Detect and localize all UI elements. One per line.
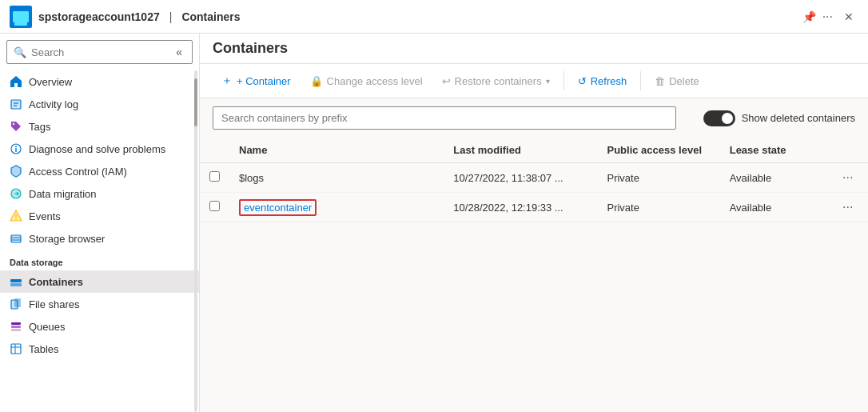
toolbar-separator-1 xyxy=(563,71,564,90)
show-deleted-label: Show deleted containers xyxy=(742,112,855,124)
sidebar-item-label: Data migration xyxy=(29,188,97,200)
col-header-actions xyxy=(828,138,868,163)
more-button-eventcontainer[interactable]: ··· xyxy=(838,198,858,216)
change-access-button[interactable]: 🔒 Change access level xyxy=(301,70,432,92)
sidebar-item-tags[interactable]: Tags xyxy=(0,115,199,138)
svg-rect-25 xyxy=(11,329,21,331)
refresh-button[interactable]: ↺ Refresh xyxy=(569,70,636,92)
queues-icon xyxy=(10,320,22,333)
dropdown-icon: ▾ xyxy=(546,77,550,86)
title-bar: spstorageaccount1027 | Containers 📌 ··· … xyxy=(0,0,868,34)
last-modified-eventcontainer: 10/28/2022, 12:19:33 ... xyxy=(444,193,597,222)
sidebar-item-label: Tags xyxy=(29,121,50,133)
table-row: eventcontainer10/28/2022, 12:19:33 ...Pr… xyxy=(200,193,868,222)
search-bar-row: Show deleted containers xyxy=(200,98,868,138)
svg-rect-24 xyxy=(11,326,21,328)
sidebar-item-tables[interactable]: Tables xyxy=(0,338,199,360)
sidebar-item-label: Access Control (IAM) xyxy=(29,166,127,178)
more-icon[interactable]: ··· xyxy=(822,10,833,24)
search-box[interactable]: 🔍 « xyxy=(6,40,193,64)
sidebar: 🔍 « Overview Activity log xyxy=(0,34,200,412)
svg-point-6 xyxy=(15,146,17,147)
sidebar-item-access-control[interactable]: Access Control (IAM) xyxy=(0,160,199,182)
lease-state-eventcontainer: Available xyxy=(720,193,828,222)
search-input[interactable] xyxy=(31,46,168,58)
sidebar-item-overview[interactable]: Overview xyxy=(0,70,199,93)
page-name: Containers xyxy=(181,10,240,23)
containers-table: Name Last modified Public access level L… xyxy=(200,138,868,222)
svg-rect-26 xyxy=(11,344,21,354)
sidebar-item-data-migration[interactable]: Data migration xyxy=(0,182,199,205)
more-button-logs[interactable]: ··· xyxy=(838,169,858,186)
app-icon xyxy=(10,6,32,28)
prefix-search-input[interactable] xyxy=(213,106,676,130)
search-icon: 🔍 xyxy=(14,46,26,58)
page-title: Containers xyxy=(213,40,288,57)
sidebar-item-queues[interactable]: Queues xyxy=(0,315,199,338)
sidebar-item-diagnose[interactable]: Diagnose and solve problems xyxy=(0,138,199,160)
migrate-icon xyxy=(10,187,22,200)
col-header-access: Public access level xyxy=(597,138,719,163)
public-access-eventcontainer: Private xyxy=(597,193,719,222)
svg-point-13 xyxy=(15,218,17,220)
row-checkbox[interactable] xyxy=(209,171,220,182)
sidebar-item-label: File shares xyxy=(29,298,80,310)
change-access-label: Change access level xyxy=(327,75,423,87)
diagnose-icon xyxy=(10,142,22,155)
shield-icon xyxy=(10,165,22,178)
sidebar-item-label: Activity log xyxy=(29,98,78,110)
lease-state-logs: Available xyxy=(720,163,828,193)
refresh-icon: ↺ xyxy=(578,75,587,87)
sidebar-item-label: Overview xyxy=(29,76,72,88)
sidebar-item-file-shares[interactable]: File shares xyxy=(0,293,199,315)
table-header-row: Name Last modified Public access level L… xyxy=(200,138,868,163)
svg-rect-19 xyxy=(10,283,22,286)
storage-icon xyxy=(10,232,22,245)
row-checkbox[interactable] xyxy=(209,201,220,211)
sidebar-item-label: Events xyxy=(29,210,61,222)
restore-containers-button[interactable]: ↩ Restore containers ▾ xyxy=(433,70,559,92)
sidebar-item-label: Queues xyxy=(29,321,66,333)
sidebar-item-label: Diagnose and solve problems xyxy=(29,143,165,155)
sidebar-item-containers[interactable]: Containers xyxy=(0,270,199,293)
containers-icon xyxy=(10,275,22,288)
delete-button[interactable]: 🗑 Delete xyxy=(646,70,708,92)
col-header-name: Name xyxy=(229,138,444,163)
sidebar-item-events[interactable]: Events xyxy=(0,205,199,227)
sidebar-item-label: Storage browser xyxy=(29,233,105,245)
svg-point-4 xyxy=(13,123,14,125)
table-area: Show deleted containers Name Last modifi… xyxy=(200,98,868,412)
refresh-label: Refresh xyxy=(591,75,627,87)
toggle-row: Show deleted containers xyxy=(703,110,855,126)
last-modified-logs: 10/27/2022, 11:38:07 ... xyxy=(444,163,597,193)
tag-icon xyxy=(10,120,22,133)
sidebar-item-label: Containers xyxy=(29,276,83,288)
activity-icon xyxy=(10,98,22,110)
events-icon xyxy=(10,210,22,222)
page-header: Containers xyxy=(200,34,868,64)
container-name-logs[interactable]: $logs xyxy=(229,163,444,193)
close-button[interactable]: ✕ xyxy=(839,7,858,26)
svg-rect-22 xyxy=(14,298,21,307)
public-access-logs: Private xyxy=(597,163,719,193)
main-layout: 🔍 « Overview Activity log xyxy=(0,34,868,412)
title-separator: | xyxy=(169,10,173,23)
lock-icon: 🔒 xyxy=(310,75,323,87)
sidebar-item-storage-browser[interactable]: Storage browser xyxy=(0,227,199,250)
svg-rect-18 xyxy=(10,279,22,282)
add-icon: ＋ xyxy=(221,74,233,88)
data-storage-section-label: Data storage xyxy=(0,250,199,270)
sidebar-item-activity-log[interactable]: Activity log xyxy=(0,93,199,115)
delete-label: Delete xyxy=(669,75,699,87)
pin-icon[interactable]: 📌 xyxy=(802,10,816,23)
tables-icon xyxy=(10,342,22,355)
container-name-eventcontainer[interactable]: eventcontainer xyxy=(239,199,317,216)
toolbar-separator-2 xyxy=(640,71,641,90)
account-name: spstorageaccount1027 xyxy=(38,10,160,23)
collapse-icon[interactable]: « xyxy=(173,44,185,60)
svg-rect-0 xyxy=(11,100,21,109)
add-container-button[interactable]: ＋ + Container xyxy=(213,69,300,93)
col-header-modified: Last modified xyxy=(444,138,597,163)
show-deleted-toggle[interactable] xyxy=(703,110,735,126)
col-header-lease: Lease state xyxy=(720,138,828,163)
